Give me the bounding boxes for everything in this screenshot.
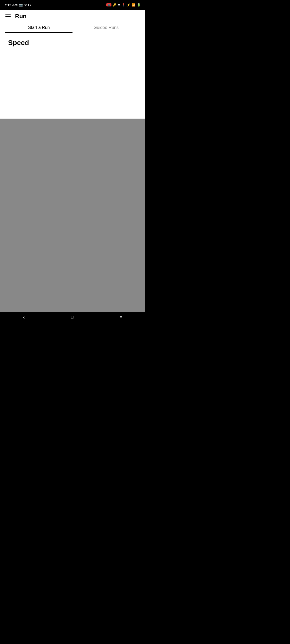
nav-bar: ‹ □ ≡ — [0, 312, 145, 322]
home-button[interactable]: □ — [66, 314, 79, 320]
status-bar-right: 📹 🔑 ✱ 📍 ⚡ 📶 🔋 — [106, 3, 141, 7]
hamburger-line-2 — [5, 16, 11, 17]
speed-label: Speed — [8, 39, 137, 47]
status-left-icons: 📷 ⟲ G — [19, 3, 31, 7]
home-icon: □ — [71, 315, 73, 319]
bottom-panel: Distance Time Speed — [0, 33, 145, 119]
app-header: Run Start a Run Guided Runs — [0, 10, 145, 33]
tab-guided-runs-label: Guided Runs — [93, 25, 118, 30]
status-bar: 7:12 AM 📷 ⟲ G 📹 🔑 ✱ 📍 ⚡ 📶 🔋 — [0, 0, 145, 10]
tabs-container: Start a Run Guided Runs — [5, 23, 140, 33]
status-time: 7:12 AM — [4, 3, 17, 7]
menu-icon: ≡ — [120, 315, 122, 319]
tab-guided-runs[interactable]: Guided Runs — [73, 23, 140, 33]
wifi-icon: 📶 — [132, 3, 136, 7]
video-icon: 📷 — [19, 3, 23, 7]
map-area: Get Started Collection First Run 20 Min … — [0, 33, 145, 119]
status-bar-left: 7:12 AM 📷 ⟲ G — [4, 3, 31, 7]
rotate-icon: ⟲ — [24, 3, 27, 7]
back-icon: ‹ — [23, 314, 25, 320]
recording-icon: 📹 — [106, 3, 111, 6]
google-icon: G — [28, 3, 31, 7]
back-button[interactable]: ‹ — [18, 313, 30, 321]
bluetooth-icon: ✱ — [118, 3, 120, 7]
header-top: Run — [5, 13, 140, 23]
hamburger-menu-button[interactable] — [5, 14, 11, 18]
tab-start-a-run[interactable]: Start a Run — [5, 23, 73, 33]
menu-button[interactable]: ≡ — [114, 314, 127, 320]
location-icon: 📍 — [122, 3, 125, 7]
app-container: Run Start a Run Guided Runs Get Started … — [0, 10, 145, 312]
battery-icon: 🔋 — [137, 3, 141, 7]
header-title: Run — [15, 13, 27, 20]
lightning-icon: ⚡ — [127, 3, 130, 7]
key-icon: 🔑 — [113, 3, 117, 7]
hamburger-line-3 — [5, 18, 11, 18]
hamburger-line-1 — [5, 14, 11, 15]
tab-start-a-run-label: Start a Run — [28, 25, 50, 30]
